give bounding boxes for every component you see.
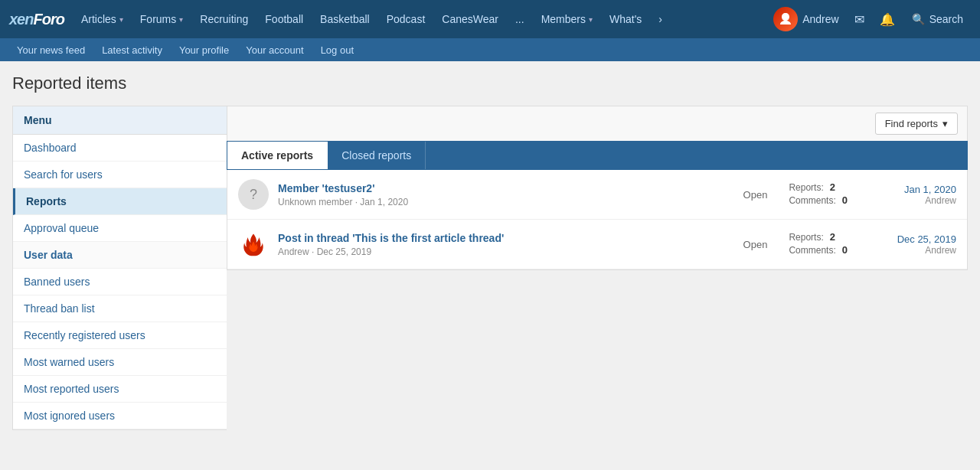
- table-row: Post in thread 'This is the first articl…: [227, 220, 967, 269]
- comments-label: Comments:: [789, 245, 835, 256]
- nav-podcast[interactable]: Podcast: [379, 8, 433, 30]
- search-button[interactable]: 🔍 Search: [904, 8, 971, 30]
- nav-more[interactable]: ...: [508, 8, 532, 30]
- panel-header: Find reports ▾: [227, 106, 968, 141]
- chevron-down-icon: ▾: [589, 15, 593, 24]
- comments-count: 0: [842, 244, 848, 256]
- notifications-icon[interactable]: 🔔: [874, 8, 901, 31]
- search-icon: 🔍: [912, 13, 925, 25]
- nav-right-section: Andrew ✉ 🔔 🔍 Search: [767, 4, 971, 34]
- chevron-down-icon: ▾: [942, 118, 948, 129]
- svg-point-0: [784, 14, 788, 18]
- report-status: Open: [743, 189, 768, 201]
- report-counts: Reports: 2 Comments: 0: [789, 231, 848, 257]
- sidebar-section-user-data: User data: [13, 242, 227, 269]
- reports-label: Reports:: [789, 232, 823, 243]
- report-info: Post in thread 'This is the first articl…: [278, 232, 734, 257]
- report-meta: Unknown member · Jan 1, 2020: [278, 197, 734, 207]
- sidebar-item-approval-queue[interactable]: Approval queue: [13, 215, 227, 242]
- username-label: Andrew: [802, 13, 838, 25]
- nav-whats[interactable]: What's: [602, 8, 649, 30]
- sidebar-item-thread-ban-list[interactable]: Thread ban list: [13, 295, 227, 322]
- logo-foro: Foro: [33, 11, 64, 28]
- report-by: Andrew: [872, 195, 956, 206]
- avatar: [238, 229, 269, 259]
- nav-basketball[interactable]: Basketball: [312, 8, 377, 30]
- sidebar-item-recently-registered[interactable]: Recently registered users: [13, 322, 227, 349]
- logo-xen: xen: [9, 11, 33, 28]
- subnav-log-out[interactable]: Log out: [315, 41, 360, 59]
- report-counts: Reports: 2 Comments: 0: [789, 181, 848, 207]
- avatar: ?: [238, 179, 269, 210]
- report-date-section: Jan 1, 2020 Andrew: [872, 184, 956, 206]
- sidebar-item-dashboard[interactable]: Dashboard: [13, 135, 227, 162]
- sidebar-item-banned-users[interactable]: Banned users: [13, 269, 227, 295]
- nav-football[interactable]: Football: [257, 8, 311, 30]
- report-info: Member 'testuser2' Unknown member · Jan …: [278, 182, 734, 207]
- table-row: ? Member 'testuser2' Unknown member · Ja…: [227, 170, 967, 220]
- sidebar-menu-header: Menu: [13, 106, 227, 135]
- comments-count: 0: [842, 194, 848, 206]
- report-date[interactable]: Jan 1, 2020: [872, 184, 956, 195]
- subnav-your-account[interactable]: Your account: [240, 41, 309, 59]
- right-panel: Find reports ▾ Active reports Closed rep…: [227, 106, 968, 430]
- sidebar-item-search-users[interactable]: Search for users: [13, 162, 227, 188]
- reports-list: ? Member 'testuser2' Unknown member · Ja…: [227, 170, 968, 270]
- report-title[interactable]: Post in thread 'This is the first articl…: [278, 232, 734, 244]
- page-title: Reported items: [12, 73, 968, 93]
- sub-navigation: Your news feed Latest activity Your prof…: [0, 38, 980, 61]
- report-date-section: Dec 25, 2019 Andrew: [872, 233, 956, 256]
- nav-members[interactable]: Members ▾: [534, 8, 600, 30]
- subnav-your-profile[interactable]: Your profile: [173, 41, 235, 59]
- report-by: Andrew: [872, 245, 956, 256]
- chevron-right-icon: ›: [658, 13, 662, 25]
- reports-count: 2: [830, 231, 835, 243]
- main-content: Reported items Menu Dashboard Search for…: [0, 61, 980, 442]
- subnav-news-feed[interactable]: Your news feed: [11, 41, 91, 59]
- report-meta: Andrew · Dec 25, 2019: [278, 246, 734, 257]
- sidebar-item-reports[interactable]: Reports: [13, 188, 227, 215]
- chevron-down-icon: ▾: [179, 15, 183, 24]
- sidebar-item-most-ignored[interactable]: Most ignored users: [13, 403, 227, 429]
- subnav-latest-activity[interactable]: Latest activity: [96, 41, 168, 59]
- avatar: [773, 7, 798, 31]
- user-menu[interactable]: Andrew: [767, 4, 844, 34]
- nav-forums[interactable]: Forums ▾: [132, 8, 191, 30]
- sidebar: Menu Dashboard Search for users Reports …: [12, 106, 227, 430]
- sidebar-item-most-warned[interactable]: Most warned users: [13, 349, 227, 376]
- nav-articles[interactable]: Articles ▾: [74, 8, 131, 30]
- report-status: Open: [743, 239, 768, 250]
- reports-tabs: Active reports Closed reports: [227, 141, 968, 170]
- tab-active-reports[interactable]: Active reports: [227, 142, 328, 169]
- site-logo[interactable]: xenForo: [9, 11, 64, 28]
- chevron-down-icon: ▾: [119, 15, 123, 24]
- nav-caneswear[interactable]: CanesWear: [434, 8, 506, 30]
- reports-count: 2: [830, 181, 835, 193]
- find-reports-button[interactable]: Find reports ▾: [875, 113, 958, 135]
- report-date[interactable]: Dec 25, 2019: [872, 233, 956, 245]
- nav-more-arrow[interactable]: ›: [651, 8, 670, 30]
- reports-label: Reports:: [789, 182, 823, 193]
- layout-container: Menu Dashboard Search for users Reports …: [12, 106, 968, 430]
- sidebar-item-most-reported[interactable]: Most reported users: [13, 376, 227, 403]
- nav-recruiting[interactable]: Recruiting: [192, 8, 256, 30]
- comments-label: Comments:: [789, 195, 835, 206]
- report-title[interactable]: Member 'testuser2': [278, 182, 734, 194]
- tab-closed-reports[interactable]: Closed reports: [328, 142, 426, 169]
- top-navigation: xenForo Articles ▾ Forums ▾ Recruiting F…: [0, 0, 980, 38]
- messages-icon[interactable]: ✉: [848, 8, 871, 31]
